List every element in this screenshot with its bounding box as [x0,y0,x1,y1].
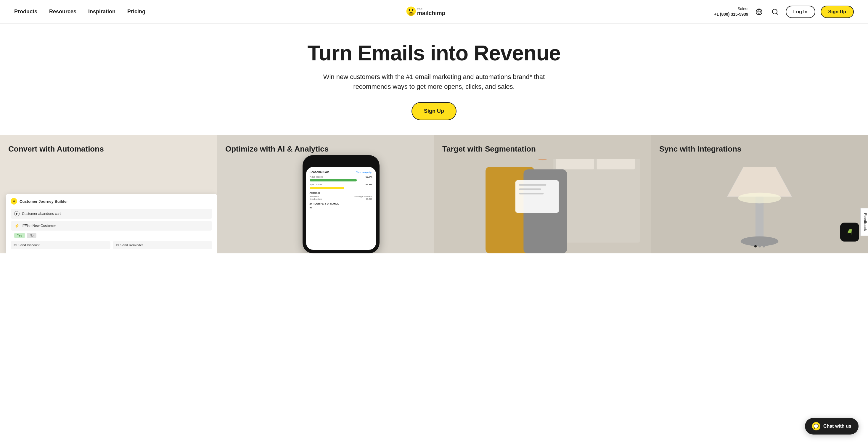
hero-title: Turn Emails into Revenue [6,41,862,65]
clicks-pct: 42.1% [366,183,372,186]
clicks-label: 4,631 Clicks [310,183,323,186]
branch-icon: ⚡ [14,223,19,228]
svg-point-30 [738,193,781,203]
feature-integrations: Sync with Integrations [651,135,868,253]
unsubs-label: Unsubscribes [310,198,322,200]
opens-label: 7,326 Opens [310,176,323,178]
nav-resources[interactable]: Resources [49,8,76,15]
dot-3 [763,245,765,248]
feedback-tab[interactable]: Feedback [861,208,868,236]
dot-2 [758,245,761,248]
audience-title: Audience [310,191,372,194]
sales-label: Sales: [714,6,748,11]
svg-point-2 [409,9,410,10]
nav-products[interactable]: Products [14,8,37,15]
action-buttons: ✉ Send Discount ✉ Send Reminder [11,241,212,249]
svg-rect-12 [597,159,635,169]
clicks-bar [310,187,344,189]
reminder-label: Send Reminder [121,243,143,247]
step-abandon-cart: ▶ Customer abandons cart [11,209,212,219]
branch-buttons: Yes No [11,233,212,238]
feature-ai: Optimize with AI & Analytics Seasonal Sa… [217,135,434,253]
logo[interactable]: intuit mailchimp [405,5,463,19]
phone-outer: Seasonal Sale View campaign 7,326 Opens … [303,155,379,253]
nav-actions: Sales: +1 (800) 315-5939 Log In Sign Up [714,6,854,18]
hero-subtitle: Win new customers with the #1 email mark… [321,72,547,92]
sales-phone: +1 (800) 315-5939 [714,11,748,18]
email-icon: ✉ [13,243,17,247]
perf-val: 43 [310,206,372,209]
svg-point-21 [530,159,556,160]
search-icon[interactable] [770,6,780,17]
shopify-badge [840,223,859,242]
mc-logo-small: ✦ [11,198,17,204]
abandon-cart-label: Customer abandons cart [22,212,61,216]
automations-title: Convert with Automations [8,145,209,154]
view-campaign-link[interactable]: View campaign [356,171,372,173]
svg-marker-27 [727,167,792,196]
nav-links: Products Resources Inspiration Pricing [14,8,145,15]
existing-label: Existing Customers [354,195,372,197]
if-else-step: ⚡ If/Else New Customer [11,221,212,230]
features-section: Convert with Automations ✦ Customer Jour… [0,135,868,253]
unsubs-val: 11,021 [366,198,372,200]
phone-screen: Seasonal Sale View campaign 7,326 Opens … [306,167,376,250]
play-icon: ▶ [14,211,20,216]
signup-button-hero[interactable]: Sign Up [411,102,457,120]
opens-bar [310,179,357,182]
perf-label: 24 HOUR PERFORMANCE [310,202,372,205]
send-reminder-btn: ✉ Send Reminder [113,241,213,249]
carousel-dots [754,245,765,248]
opens-pct: 66.7% [366,176,372,178]
dot-1 [754,245,757,248]
send-discount-btn: ✉ Send Discount [11,241,111,249]
phone-mockup: Seasonal Sale View campaign 7,326 Opens … [303,155,379,253]
integrations-visual [651,162,868,253]
feature-segmentation: Target with Segmentation [434,135,651,253]
sales-info: Sales: +1 (800) 315-5939 [714,6,748,18]
login-button[interactable]: Log In [786,6,815,18]
svg-text:mailchimp: mailchimp [417,10,445,16]
reminder-icon: ✉ [116,243,119,247]
nav-inspiration[interactable]: Inspiration [88,8,116,15]
no-branch: No [27,233,36,238]
ai-title: Optimize with AI & Analytics [225,145,426,154]
integrations-title: Sync with Integrations [659,145,860,154]
feature-automations: Convert with Automations ✦ Customer Jour… [0,135,217,253]
svg-rect-26 [519,193,544,194]
svg-point-3 [412,9,413,10]
segmentation-title: Target with Segmentation [442,145,643,154]
people-photo [434,159,651,253]
svg-point-7 [772,9,777,14]
globe-icon[interactable] [754,6,764,17]
svg-rect-11 [556,159,594,169]
discount-label: Send Discount [18,243,40,247]
yes-branch: Yes [14,233,25,238]
nav-pricing[interactable]: Pricing [127,8,145,15]
journey-builder-label: Customer Journey Builder [20,199,68,204]
signup-button-nav[interactable]: Sign Up [820,6,854,18]
phone-notch [329,159,353,165]
svg-rect-24 [519,184,547,186]
svg-rect-25 [519,188,541,190]
main-nav: Products Resources Inspiration Pricing i… [0,0,868,24]
ifelse-label: If/Else New Customer [22,224,56,228]
campaign-name: Seasonal Sale [310,170,330,174]
hero-section: Turn Emails into Revenue Win new custome… [0,24,868,135]
automation-mockup: ✦ Customer Journey Builder ▶ Customer ab… [6,194,217,253]
recipients-label: Recipients [310,195,319,197]
svg-point-29 [741,236,779,246]
